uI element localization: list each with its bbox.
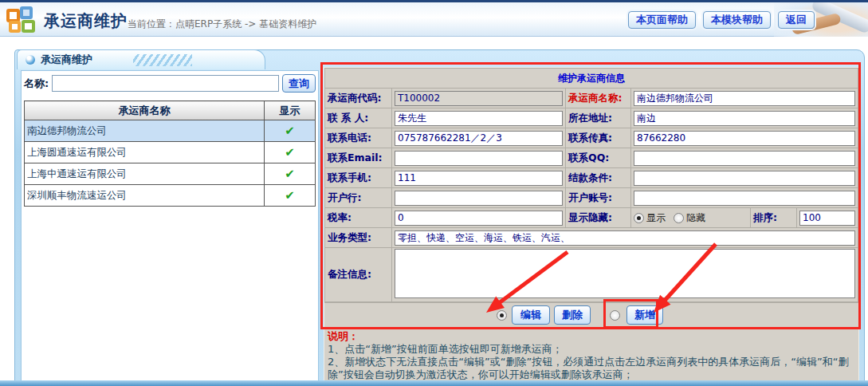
business-type-input[interactable] xyxy=(395,230,855,246)
name-filter-label: 名称: xyxy=(24,77,49,91)
bank-label: 开户行: xyxy=(325,188,392,208)
visibility-label: 显示隐藏: xyxy=(566,208,631,228)
qq-label: 联系QQ: xyxy=(566,148,631,168)
instruction-line: 1、点击“新增”按钮前面单选按钮即可新增承运商； xyxy=(328,343,855,356)
fax-input[interactable] xyxy=(634,131,855,146)
phone-label: 联系电话: xyxy=(325,128,392,148)
page: 承运商维护 当前位置：点晴ERP子系统 -> 基础资料维护 本页面帮助 本模块帮… xyxy=(0,0,868,386)
carrier-name-cell[interactable]: 上海圆通速运有限公司 xyxy=(25,142,265,163)
sort-input[interactable] xyxy=(799,211,855,226)
bank-input[interactable] xyxy=(395,191,563,206)
carrier-row[interactable]: 深圳顺丰物流速运公司 ✔ xyxy=(25,185,316,207)
top-border-line xyxy=(0,0,868,2)
address-label: 所在地址: xyxy=(566,108,631,128)
column-header-carrier-name: 承运商名称 xyxy=(25,101,265,120)
visible-check-icon: ✔ xyxy=(285,167,295,181)
business-type-label: 业务类型: xyxy=(325,228,392,248)
account-input[interactable] xyxy=(634,191,855,206)
mobile-label: 联系手机: xyxy=(325,168,392,188)
carrier-list-section: 名称: 查询 承运商名称 显示 南边德邦物流公司 ✔ xyxy=(21,70,319,382)
module-help-button[interactable]: 本模块帮助 xyxy=(703,11,771,29)
visible-check-icon: ✔ xyxy=(285,188,295,203)
visibility-hide-radio[interactable] xyxy=(674,213,684,223)
tax-rate-label: 税率: xyxy=(325,208,392,228)
tax-rate-input[interactable] xyxy=(395,211,563,226)
carrier-row[interactable]: 上海中通速运有限公司 ✔ xyxy=(25,163,316,185)
carrier-code-label: 承运商代码: xyxy=(325,89,392,108)
tab-bullet-icon xyxy=(26,55,35,65)
sort-label: 排序: xyxy=(751,208,797,228)
name-filter-input[interactable] xyxy=(52,75,279,92)
contact-person-label: 联 系 人: xyxy=(325,108,392,128)
carrier-row-selected[interactable]: 南边德邦物流公司 ✔ xyxy=(25,120,316,142)
tab-label: 承运商维护 xyxy=(41,53,92,67)
payment-terms-input[interactable] xyxy=(634,171,855,186)
carrier-name-cell[interactable]: 深圳顺丰物流速运公司 xyxy=(25,185,265,207)
tab-stripes-decoration xyxy=(133,54,192,66)
column-header-display: 显示 xyxy=(265,101,316,120)
carrier-name-cell[interactable]: 上海中通速运有限公司 xyxy=(25,163,265,185)
bottom-edge-decoration xyxy=(0,380,868,386)
carrier-name-input[interactable] xyxy=(634,91,855,106)
remark-label: 备注信息: xyxy=(325,248,392,302)
form-actions-row: 编辑 删除 新增 xyxy=(324,302,858,326)
back-button[interactable]: 返回 xyxy=(778,11,815,29)
search-row: 名称: 查询 xyxy=(24,73,316,93)
add-mode-radio[interactable] xyxy=(610,310,620,321)
email-label: 联系Email: xyxy=(325,148,392,168)
address-input[interactable] xyxy=(634,111,855,126)
visibility-show-option-label: 显示 xyxy=(646,212,666,223)
payment-terms-label: 结款条件: xyxy=(566,168,631,188)
instructions: 说明： 1、点击“新增”按钮前面单选按钮即可新增承运商； 2、新增状态下无法直接… xyxy=(324,326,858,381)
carrier-name-cell[interactable]: 南边德邦物流公司 xyxy=(25,120,265,142)
page-help-button[interactable]: 本页面帮助 xyxy=(628,11,696,29)
delete-button[interactable]: 删除 xyxy=(554,305,591,325)
carrier-form-table: 维护承运商信息 承运商代码: 承运商名称: 联 系 人: 所在地址: 联系电话: xyxy=(324,68,858,302)
add-button[interactable]: 新增 xyxy=(626,305,663,325)
instruction-line: 2、新增状态下无法直接点击“编辑”或“删除”按钮，必须通过点击左边承运商列表中的… xyxy=(328,356,855,381)
carrier-table: 承运商名称 显示 南边德邦物流公司 ✔ 上海圆通速运有限公司 ✔ 上海中通速运有… xyxy=(24,100,316,207)
edit-button[interactable]: 编辑 xyxy=(512,305,550,325)
top-header: 承运商维护 当前位置：点晴ERP子系统 -> 基础资料维护 本页面帮助 本模块帮… xyxy=(0,2,868,37)
fax-label: 联系传真: xyxy=(566,128,631,148)
carrier-name-label: 承运商名称: xyxy=(566,89,631,108)
header-button-group: 本页面帮助 本模块帮助 返回 xyxy=(628,11,815,29)
visible-check-icon: ✔ xyxy=(285,145,295,160)
instructions-title: 说明： xyxy=(328,330,359,342)
tab-carrier-maintenance[interactable]: 承运商维护 xyxy=(17,49,265,69)
account-label: 开户账号: xyxy=(566,188,631,208)
carrier-code-input xyxy=(395,91,563,106)
email-input[interactable] xyxy=(395,151,563,166)
visibility-hide-option-label: 隐藏 xyxy=(686,212,705,223)
page-title: 承运商维护 xyxy=(44,10,128,32)
app-logo-icon xyxy=(6,6,37,33)
edit-mode-radio[interactable] xyxy=(497,310,507,321)
visibility-show-radio[interactable] xyxy=(634,213,644,223)
remark-textarea[interactable] xyxy=(395,249,855,298)
qq-input[interactable] xyxy=(634,151,855,166)
query-button[interactable]: 查询 xyxy=(282,74,316,93)
phone-input[interactable] xyxy=(395,131,563,146)
breadcrumb: 当前位置：点晴ERP子系统 -> 基础资料维护 xyxy=(128,18,316,31)
form-title: 维护承运商信息 xyxy=(325,69,858,89)
contact-person-input[interactable] xyxy=(395,111,563,126)
visible-check-icon: ✔ xyxy=(285,124,295,138)
carrier-form-section: 维护承运商信息 承运商代码: 承运商名称: 联 系 人: 所在地址: 联系电话: xyxy=(324,67,859,381)
carrier-row[interactable]: 上海圆通速运有限公司 ✔ xyxy=(25,142,316,163)
main-panel: 承运商维护 名称: 查询 承运商名称 显示 南边德邦物流公司 xyxy=(14,49,865,386)
mobile-input[interactable] xyxy=(395,171,563,186)
